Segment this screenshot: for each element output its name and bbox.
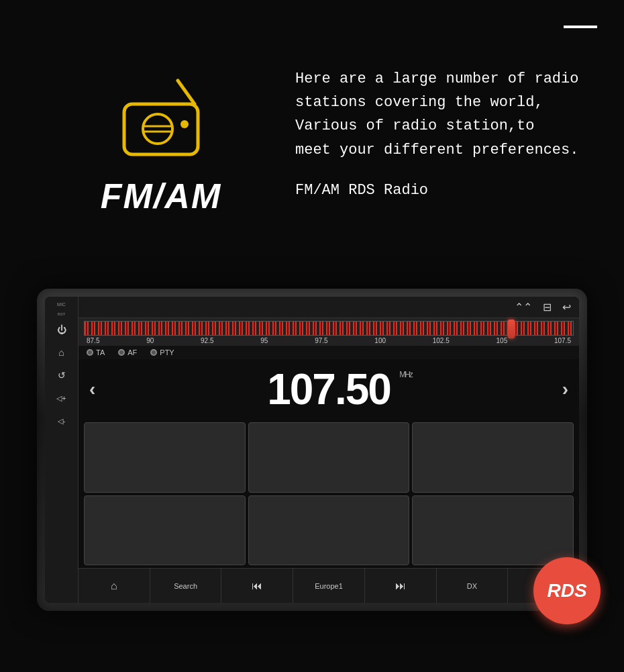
dx-label: DX (467, 582, 477, 590)
freq-107: 107.5 (554, 337, 571, 344)
back-icon[interactable]: ↺ (52, 366, 72, 385)
top-bar-decoration (564, 26, 597, 28)
ta-label: TA (96, 348, 105, 356)
preset-5[interactable] (248, 495, 410, 566)
freq-100: 100 (374, 337, 386, 344)
left-hero: FM/AM (54, 60, 268, 216)
search-toolbar-button[interactable]: Search (150, 569, 222, 603)
hero-section: FM/AM Here are a large number of radio s… (0, 40, 624, 236)
screen-container: MIC RST ⏻ ⌂ ↺ ◁+ ◁- ⌃⌃ ⊟ ↩ (37, 289, 587, 611)
af-radio-dot (118, 349, 125, 356)
main-content: ⌃⌃ ⊟ ↩ 87.5 90 92.5 95 97.5 100 (79, 297, 579, 603)
fm-am-label: FM/AM (101, 176, 221, 216)
region-toolbar-button[interactable]: Europe1 (293, 569, 365, 603)
svg-point-2 (143, 114, 172, 144)
rst-label: RST (58, 312, 66, 316)
home-icon[interactable]: ⌂ (52, 343, 72, 362)
screen-outer: MIC RST ⏻ ⌂ ↺ ◁+ ◁- ⌃⌃ ⊟ ↩ (37, 289, 587, 611)
freq-87: 87.5 (87, 337, 99, 344)
preset-2[interactable] (248, 422, 410, 493)
hero-subtitle: FM/AM RDS Radio (295, 182, 590, 199)
freq-105: 105 (497, 337, 508, 344)
ruler-bar[interactable] (84, 321, 574, 336)
dx-toolbar-button[interactable]: DX (437, 569, 509, 603)
rds-badge-label: RDS (547, 580, 586, 602)
freq-unit: MHz (399, 370, 412, 379)
sidebar: MIC RST ⏻ ⌂ ↺ ◁+ ◁- (45, 297, 79, 603)
preset-grid (79, 420, 579, 568)
prev-toolbar-icon: ⏮ (252, 580, 262, 592)
preset-3[interactable] (412, 422, 574, 493)
freq-ruler: 87.5 90 92.5 95 97.5 100 102.5 105 107.5 (79, 318, 579, 346)
next-toolbar-icon: ⏭ (395, 580, 406, 592)
next-toolbar-button[interactable]: ⏭ (365, 569, 437, 603)
freq-digits: 107.50 (267, 365, 391, 414)
vol-down-icon[interactable]: ◁- (52, 412, 72, 430)
svg-point-5 (180, 120, 189, 128)
power-icon[interactable]: ⏻ (52, 320, 72, 339)
chevron-up-icon[interactable]: ⌃⌃ (515, 301, 532, 314)
af-option[interactable]: AF (118, 348, 137, 356)
hero-description: Here are a large number of radio station… (295, 67, 590, 162)
pty-radio-dot (150, 349, 157, 356)
frequency-value: 107.50 MHz (267, 365, 391, 414)
radio-options: TA AF PTY (79, 346, 579, 359)
freq-102: 102.5 (433, 337, 450, 344)
next-freq-button[interactable]: › (562, 379, 568, 400)
vol-up-icon[interactable]: ◁+ (52, 389, 72, 407)
freq-90: 90 (146, 337, 154, 344)
prev-freq-button[interactable]: ‹ (89, 379, 95, 400)
svg-line-0 (178, 81, 195, 104)
ta-option[interactable]: TA (87, 348, 105, 356)
mic-label: MIC (57, 302, 66, 307)
radio-icon (107, 74, 215, 164)
ta-radio-dot (87, 349, 93, 356)
search-label: Search (174, 582, 197, 590)
home-toolbar-button[interactable]: ⌂ (79, 569, 150, 603)
bottom-toolbar: ⌂ Search ⏮ Europe1 ⏭ DX (79, 568, 579, 603)
screen-inner: MIC RST ⏻ ⌂ ↺ ◁+ ◁- ⌃⌃ ⊟ ↩ (45, 297, 579, 603)
pty-label: PTY (160, 348, 174, 356)
ruler-indicator (508, 320, 515, 338)
preset-1[interactable] (84, 422, 246, 493)
rds-badge: RDS (533, 557, 601, 624)
freq-92: 92.5 (201, 337, 213, 344)
nav-back-icon[interactable]: ↩ (562, 301, 571, 314)
af-label: AF (127, 348, 137, 356)
freq-95: 95 (260, 337, 268, 344)
freq-numbers: 87.5 90 92.5 95 97.5 100 102.5 105 107.5 (84, 336, 574, 346)
top-nav: ⌃⌃ ⊟ ↩ (79, 297, 579, 318)
right-hero: Here are a large number of radio station… (268, 60, 590, 199)
svg-rect-1 (124, 104, 198, 154)
preset-4[interactable] (84, 495, 246, 566)
freq-display: ‹ 107.50 MHz › (79, 359, 579, 420)
preset-6[interactable] (412, 495, 574, 566)
freq-97: 97.5 (315, 337, 327, 344)
pty-option[interactable]: PTY (150, 348, 174, 356)
prev-toolbar-button[interactable]: ⏮ (221, 569, 293, 603)
home-toolbar-icon: ⌂ (111, 580, 117, 592)
region-label: Europe1 (315, 582, 343, 590)
window-icon[interactable]: ⊟ (543, 301, 552, 314)
